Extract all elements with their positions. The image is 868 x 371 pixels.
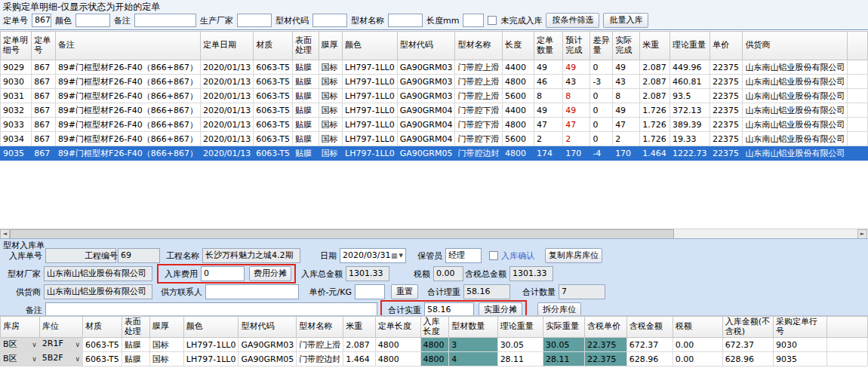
grid-cell[interactable]: 867 — [32, 146, 56, 161]
grid-cell[interactable]: 2020/01/13 — [200, 75, 253, 89]
calendar-dropdown-icon[interactable]: ▼ — [399, 249, 403, 262]
grid-cell[interactable]: 9033 — [1, 118, 32, 132]
grid-cell[interactable]: GA90GRM03 — [397, 75, 455, 89]
grid-cell[interactable]: 28.11 — [497, 352, 543, 366]
grid-cell[interactable]: 贴膜 — [293, 89, 319, 103]
grid-cell[interactable]: 山东南山铝业股份有限公司 — [743, 60, 848, 75]
grid-cell[interactable]: 门带腔边封 — [297, 352, 343, 366]
grid-cell[interactable]: 4800 — [420, 338, 449, 352]
grid-cell[interactable]: 89#门框型材F26-F40（866+867） — [55, 89, 200, 103]
grid-cell[interactable]: 460.81 — [669, 75, 709, 89]
grid-cell[interactable]: 43 — [563, 75, 590, 89]
grid-cell[interactable]: 9032 — [1, 103, 32, 118]
grid-cell[interactable]: 49 — [613, 103, 640, 118]
grid-cell[interactable]: 贴膜 — [293, 103, 319, 118]
inbound-row[interactable]: B区∨2R1F∨6063-T5贴膜国标LH797-1LL0GA90GRM03门带… — [1, 338, 868, 352]
grid-cell[interactable]: 89#门框型材F26-F40（866+867） — [55, 118, 200, 132]
grid-cell[interactable]: 国标 — [319, 146, 343, 161]
grid-cell[interactable]: 6063-T5 — [254, 118, 293, 132]
grid-cell[interactable]: 46 — [534, 75, 563, 89]
grid-cell[interactable]: LH797-1LL0 — [343, 75, 398, 89]
grid-cell[interactable]: 4800 — [503, 75, 534, 89]
grid-cell[interactable]: LH797-1LL0 — [343, 146, 398, 161]
grid-cell[interactable]: 672.37 — [626, 338, 673, 352]
grid-cell[interactable]: 867 — [32, 118, 56, 132]
grid-cell[interactable]: 89#门框型材F26-F40（866+867） — [55, 146, 200, 161]
grid-cell[interactable]: 2 — [563, 132, 590, 146]
grid-cell[interactable]: 4800 — [420, 352, 449, 366]
grid-cell[interactable]: 170 — [563, 146, 590, 161]
profile-code-input[interactable] — [312, 14, 347, 27]
grid-cell[interactable]: -4 — [590, 146, 613, 161]
grid-cell[interactable]: 2.087 — [343, 338, 376, 352]
grid-cell[interactable]: 国标 — [319, 75, 343, 89]
dropdown-chevron-icon[interactable]: ∨ — [32, 339, 37, 351]
inbound-row[interactable]: B区∨5B2F∨6063-T5贴膜国标LH797-1LL0GA90GRM05门带… — [1, 352, 868, 366]
grid-cell[interactable]: 89#门框型材F26-F40（866+867） — [55, 103, 200, 118]
grid-cell[interactable]: 2 — [534, 132, 563, 146]
grid-cell[interactable]: 672.37 — [722, 338, 773, 352]
grid-cell[interactable]: 372.13 — [669, 103, 709, 118]
grid-cell[interactable]: 2020/01/13 — [200, 89, 253, 103]
grid-cell[interactable]: 2020/01/13 — [200, 103, 253, 118]
grid-cell[interactable]: 国标 — [319, 89, 343, 103]
grid-cell[interactable]: 国标 — [149, 338, 183, 352]
grid-cell[interactable]: 867 — [32, 132, 56, 146]
dropdown-chevron-icon[interactable]: ∨ — [75, 353, 80, 365]
grid-cell[interactable]: 山东南山铝业股份有限公司 — [743, 132, 848, 146]
grid-cell[interactable]: -3 — [590, 75, 613, 89]
grid-cell[interactable]: 628.96 — [722, 352, 773, 366]
grid-cell[interactable]: 867 — [32, 75, 56, 89]
grid-cell[interactable]: B区∨ — [1, 352, 40, 366]
grid-cell[interactable]: 4400 — [503, 103, 534, 118]
grid-cell[interactable]: 867 — [32, 60, 56, 75]
grid-cell[interactable]: 49 — [563, 60, 590, 75]
grid-cell[interactable]: 89#门框型材F26-F40（866+867） — [55, 60, 200, 75]
grid-cell[interactable]: 门带腔下滑 — [455, 132, 503, 146]
grid-cell[interactable]: GA90GRM03 — [397, 60, 455, 75]
grid-cell[interactable]: 49 — [563, 103, 590, 118]
horizontal-scrollbar[interactable]: ◄ ► — [0, 228, 868, 238]
date-picker[interactable]: 2020/03/31 ▦ ▼ — [340, 248, 406, 263]
grid-cell[interactable]: 2020/01/13 — [200, 146, 253, 161]
grid-cell[interactable]: 9034 — [1, 132, 32, 146]
grid-cell[interactable]: 49 — [534, 60, 563, 75]
grid-cell[interactable]: 449.96 — [669, 60, 709, 75]
grid-cell[interactable]: 49 — [534, 103, 563, 118]
grid-cell[interactable]: 22375 — [710, 103, 743, 118]
grid-cell[interactable]: 89#门框型材F26-F40（866+867） — [55, 132, 200, 146]
grid-cell[interactable]: LH797-1LL0 — [343, 132, 398, 146]
grid-cell[interactable]: 47 — [563, 118, 590, 132]
grid-cell[interactable]: 6063-T5 — [254, 89, 293, 103]
grid-cell[interactable]: 0.00 — [673, 352, 722, 366]
grid-cell[interactable]: 49 — [613, 60, 640, 75]
grid-cell[interactable]: 6063-T5 — [254, 75, 293, 89]
order-row[interactable]: 902986789#门框型材F26-F40（866+867）2020/01/13… — [1, 60, 868, 75]
grid-cell[interactable]: 6063-T5 — [83, 338, 122, 352]
length-input[interactable] — [463, 14, 484, 27]
inbound-confirm-checkbox[interactable] — [489, 251, 498, 260]
grid-cell[interactable]: 6063-T5 — [254, 146, 293, 161]
grid-cell[interactable]: 贴膜 — [122, 352, 149, 366]
grid-cell[interactable]: 0 — [590, 89, 613, 103]
grid-cell[interactable]: 贴膜 — [293, 146, 319, 161]
grid-cell[interactable]: 9035 — [1, 146, 32, 161]
grid-cell[interactable]: 0 — [590, 103, 613, 118]
grid-cell[interactable]: 4800 — [375, 338, 420, 352]
grid-cell[interactable]: 山东南山铝业股份有限公司 — [743, 75, 848, 89]
grid-cell[interactable]: 贴膜 — [293, 118, 319, 132]
grid-cell[interactable]: 9029 — [1, 60, 32, 75]
grid-cell[interactable]: 门带腔下滑 — [455, 118, 503, 132]
grid-cell[interactable]: 山东南山铝业股份有限公司 — [743, 103, 848, 118]
grid-cell[interactable]: LH797-1LL0 — [343, 89, 398, 103]
grid-cell[interactable]: 1.464 — [343, 352, 376, 366]
grid-cell[interactable]: 山东南山铝业股份有限公司 — [743, 146, 848, 161]
fee-share-button[interactable]: 费用分摊 — [249, 266, 291, 281]
grid-cell[interactable]: 22.375 — [584, 338, 626, 352]
grid-cell[interactable]: 2.087 — [640, 75, 670, 89]
grid-cell[interactable]: 22.375 — [584, 352, 626, 366]
filter-by-condition-button[interactable]: 按条件筛选 — [546, 13, 599, 28]
grid-cell[interactable]: GA90GRM05 — [239, 352, 297, 366]
grid-cell[interactable]: LH797-1LL0 — [183, 352, 239, 366]
unfinished-checkbox[interactable] — [488, 16, 497, 25]
